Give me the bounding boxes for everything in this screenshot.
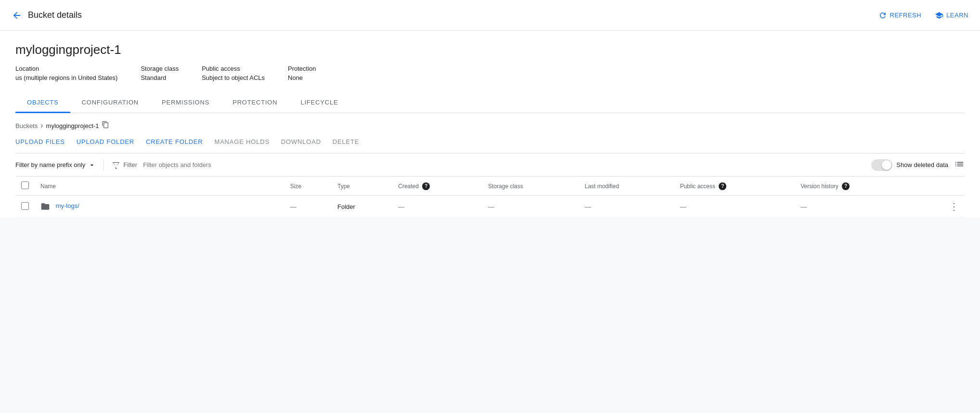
row-size: — <box>284 196 332 218</box>
protection-value: None <box>288 74 316 81</box>
version-history-help-icon[interactable]: ? <box>842 182 850 190</box>
chevron-down-icon <box>88 161 96 169</box>
header-type-label: Type <box>337 183 350 190</box>
tab-objects[interactable]: OBJECTS <box>15 93 70 113</box>
refresh-button[interactable]: REFRESH <box>878 11 922 20</box>
upload-files-button[interactable]: UPLOAD FILES <box>15 138 65 145</box>
storage-class-value: Standard <box>141 74 179 81</box>
header-storage-class: Storage class <box>482 177 579 196</box>
header-created-label: Created <box>398 182 419 189</box>
objects-section: Buckets › myloggingproject-1 UPLOAD FILE… <box>0 113 980 218</box>
row-last-modified: — <box>579 196 674 218</box>
breadcrumb-buckets[interactable]: Buckets <box>15 122 38 129</box>
tabs-nav: OBJECTS CONFIGURATION PERMISSIONS PROTEC… <box>15 93 965 113</box>
breadcrumb-current: myloggingproject-1 <box>46 121 110 130</box>
header-storage-class-label: Storage class <box>488 183 523 190</box>
breadcrumb-current-name: myloggingproject-1 <box>46 122 99 129</box>
copy-icon[interactable] <box>102 121 109 130</box>
filter-text-label: Filter <box>123 161 137 168</box>
header-public-access-label: Public access <box>680 182 715 189</box>
public-access-label: Public access <box>202 65 265 72</box>
manage-holds-button[interactable]: MANAGE HOLDS <box>215 138 270 145</box>
action-bar: UPLOAD FILES UPLOAD FOLDER CREATE FOLDER… <box>15 138 965 145</box>
public-access-help-icon[interactable]: ? <box>719 182 726 190</box>
filter-separator <box>103 159 104 171</box>
header-last-modified-label: Last modified <box>585 183 619 190</box>
filter-dropdown-button[interactable]: Filter by name prefix only <box>15 161 96 169</box>
row-actions-cell: ⋮ <box>921 196 965 218</box>
filter-right: Show deleted data <box>871 158 965 171</box>
tab-lifecycle[interactable]: LIFECYCLE <box>289 93 349 113</box>
upload-folder-button[interactable]: UPLOAD FOLDER <box>77 138 134 145</box>
row-menu-button[interactable]: ⋮ <box>949 201 959 212</box>
row-storage-class: — <box>482 196 579 218</box>
meta-location: Location us (multiple regions in United … <box>15 65 117 81</box>
breadcrumb-separator: › <box>40 121 43 130</box>
row-checkbox-cell <box>15 196 35 218</box>
row-name[interactable]: my-logs/ <box>56 202 79 209</box>
header-created: Created ? <box>392 177 482 196</box>
download-button[interactable]: DOWNLOAD <box>281 138 321 145</box>
bucket-meta: Location us (multiple regions in United … <box>15 65 965 81</box>
table-header-row: Name Size Type Created ? Storage class <box>15 177 965 196</box>
header-size: Size <box>284 177 332 196</box>
row-name-cell: my-logs/ <box>35 196 284 218</box>
row-type: Folder <box>332 196 392 218</box>
page-title: Bucket details <box>28 10 82 20</box>
tab-protection[interactable]: PROTECTION <box>221 93 289 113</box>
folder-icon <box>40 202 50 211</box>
meta-public-access: Public access Subject to object ACLs <box>202 65 265 81</box>
created-help-icon[interactable]: ? <box>422 182 430 190</box>
header-name-label: Name <box>40 183 56 190</box>
top-bar: Bucket details REFRESH LEARN <box>0 0 980 31</box>
header-size-label: Size <box>290 183 301 190</box>
header-last-modified: Last modified <box>579 177 674 196</box>
filter-icon-area: Filter <box>112 161 137 169</box>
header-checkbox-cell <box>15 177 35 196</box>
header-version-history-label: Version history <box>800 182 838 189</box>
location-label: Location <box>15 65 117 72</box>
header-actions <box>921 177 965 196</box>
density-icon[interactable] <box>954 158 965 171</box>
filter-bar: Filter by name prefix only Filter Show d… <box>15 153 965 177</box>
learn-button[interactable]: LEARN <box>935 11 968 20</box>
delete-button[interactable]: DELETE <box>333 138 359 145</box>
toggle-area: Show deleted data <box>871 159 948 171</box>
public-access-value: Subject to object ACLs <box>202 74 265 81</box>
meta-protection: Protection None <box>288 65 316 81</box>
tab-permissions[interactable]: PERMISSIONS <box>150 93 221 113</box>
row-checkbox[interactable] <box>21 202 29 210</box>
tab-configuration[interactable]: CONFIGURATION <box>70 93 151 113</box>
meta-storage-class: Storage class Standard <box>141 65 179 81</box>
row-created: — <box>392 196 482 218</box>
filter-dropdown-label: Filter by name prefix only <box>15 161 85 168</box>
back-button[interactable] <box>12 10 22 21</box>
refresh-label: REFRESH <box>890 12 922 19</box>
create-folder-button[interactable]: CREATE FOLDER <box>146 138 203 145</box>
header-type: Type <box>332 177 392 196</box>
filter-input[interactable] <box>143 161 865 168</box>
breadcrumb: Buckets › myloggingproject-1 <box>15 121 965 130</box>
storage-class-label: Storage class <box>141 65 179 72</box>
learn-label: LEARN <box>946 12 968 19</box>
show-deleted-label: Show deleted data <box>896 161 948 168</box>
bucket-details-section: myloggingproject-1 Location us (multiple… <box>0 31 980 113</box>
show-deleted-toggle[interactable] <box>871 159 892 171</box>
protection-label: Protection <box>288 65 316 72</box>
header-name: Name <box>35 177 284 196</box>
row-version-history: — <box>795 196 921 218</box>
row-public-access: — <box>674 196 795 218</box>
table-row: my-logs/ — Folder — — — — — ⋮ <box>15 196 965 218</box>
select-all-checkbox[interactable] <box>21 181 29 189</box>
top-bar-left: Bucket details <box>12 10 82 21</box>
header-public-access: Public access ? <box>674 177 795 196</box>
header-version-history: Version history ? <box>795 177 921 196</box>
table-body: my-logs/ — Folder — — — — — ⋮ <box>15 196 965 218</box>
objects-table: Name Size Type Created ? Storage class <box>15 177 965 218</box>
toggle-knob <box>882 160 891 170</box>
bucket-name: myloggingproject-1 <box>15 42 965 57</box>
filter-icon <box>112 161 120 169</box>
objects-table-wrap: Name Size Type Created ? Storage class <box>15 177 965 218</box>
location-value: us (multiple regions in United States) <box>15 74 117 81</box>
top-bar-right: REFRESH LEARN <box>878 11 968 20</box>
